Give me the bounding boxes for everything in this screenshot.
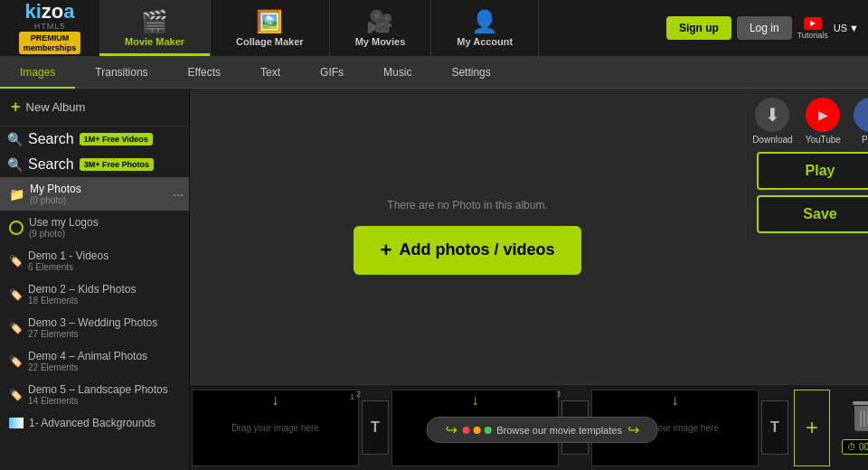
save-button[interactable]: Save bbox=[757, 195, 868, 233]
subnav-music[interactable]: Music bbox=[363, 56, 431, 89]
tab-my-movies[interactable]: 🎥 My Movies bbox=[330, 0, 432, 56]
subnav-gifs[interactable]: GIFs bbox=[300, 56, 363, 89]
add-photos-button[interactable]: + Add photos / videos bbox=[354, 226, 582, 275]
search-videos-label: Search bbox=[28, 131, 74, 147]
tab-collage-maker[interactable]: 🖼️ Collage Maker bbox=[211, 0, 330, 56]
sidebar-item-demo3[interactable]: 🏷️ Demo 3 – Wedding Photos 27 Elements bbox=[0, 311, 189, 344]
sidebar-item-demo5[interactable]: 🏷️ Demo 5 – Landscape Photos 14 Elements bbox=[0, 378, 189, 411]
logo: kizoa bbox=[24, 2, 74, 22]
trash-lid bbox=[853, 401, 868, 405]
add-photos-label: Add photos / videos bbox=[399, 240, 554, 259]
sidebar-item-logos[interactable]: Use my Logos (9 photo) bbox=[0, 211, 189, 244]
youtube-tutorials-icon bbox=[804, 17, 822, 30]
download-action[interactable]: ⬇ Download bbox=[752, 98, 792, 145]
header-right: Sign up Log in Tutorials US ▼ bbox=[657, 16, 868, 40]
browse-templates-button[interactable]: ↩ Browse our movie templates ↪ bbox=[426, 417, 658, 443]
logos-count: (9 photo) bbox=[29, 229, 99, 239]
add-slide-button[interactable]: + bbox=[794, 390, 830, 466]
play-button[interactable]: Play bbox=[757, 152, 868, 190]
trash-body bbox=[854, 406, 868, 431]
photo-icon-3: 🏷️ bbox=[9, 322, 23, 334]
subnav-text[interactable]: Text bbox=[241, 56, 300, 89]
browse-templates-label: Browse our movie templates bbox=[496, 425, 622, 436]
header: kizoa HTML5 PREMIUMmemberships 🎬 Movie M… bbox=[0, 0, 868, 56]
sidebar-item-demo4[interactable]: 🏷️ Demo 4 – Animal Photos 22 Elements bbox=[0, 344, 189, 378]
post-label: Post bbox=[862, 135, 868, 145]
right-panel: ⬇ Download ▶ YouTube f Post Play Save bbox=[745, 89, 868, 384]
facebook-icon: f bbox=[854, 98, 868, 132]
trash-button[interactable] bbox=[850, 401, 868, 436]
my-movies-icon: 🎥 bbox=[366, 9, 393, 34]
tab-my-movies-label: My Movies bbox=[355, 36, 406, 47]
my-photos-count: (0 photo) bbox=[30, 195, 81, 205]
sidebar-item-demo2[interactable]: 🏷️ Demo 2 – Kids Photos 18 Elements bbox=[0, 277, 189, 311]
curved-arrow-right: ↪ bbox=[627, 421, 639, 438]
subnav-settings[interactable]: Settings bbox=[431, 56, 510, 89]
folder-icon: 📁 bbox=[9, 187, 24, 202]
canvas-right-split: There are no Photo in this album. + Add … bbox=[190, 89, 868, 384]
tab-my-account[interactable]: 👤 My Account bbox=[431, 0, 539, 56]
login-button[interactable]: Log in bbox=[737, 16, 792, 40]
sidebar-item-my-photos[interactable]: 📁 My Photos (0 photo) ··· bbox=[0, 177, 189, 211]
slide-marker-1: 2 bbox=[356, 390, 361, 399]
photo-icon-5: 🏷️ bbox=[9, 389, 23, 401]
subnav-images[interactable]: Images bbox=[0, 56, 75, 89]
chevron-down-icon: ▼ bbox=[849, 23, 859, 33]
main-layout: + New Album 🔍 Search 1M+ Free Videos 🔍 S… bbox=[0, 89, 868, 470]
new-album-label: New Album bbox=[26, 100, 86, 114]
subnav-transitions[interactable]: Transitions bbox=[75, 56, 167, 89]
tutorials-area[interactable]: Tutorials bbox=[797, 17, 828, 40]
slide-marker-2: 3 bbox=[556, 390, 561, 399]
free-photos-badge: 3M+ Free Photos bbox=[80, 158, 154, 171]
trash-lines bbox=[860, 410, 868, 427]
tab-my-account-label: My Account bbox=[457, 36, 513, 47]
youtube-action[interactable]: ▶ YouTube bbox=[806, 98, 841, 145]
us-label: US bbox=[834, 23, 847, 33]
drag-text-1: Drag your image here bbox=[231, 423, 319, 433]
bg-icon bbox=[9, 418, 24, 428]
language-selector[interactable]: US ▼ bbox=[834, 23, 859, 33]
no-photo-text: There are no Photo in this album. bbox=[387, 199, 547, 212]
download-icon: ⬇ bbox=[755, 98, 789, 132]
youtube-icon: ▶ bbox=[806, 98, 840, 132]
search-photos-label: Search bbox=[28, 156, 74, 173]
t-button-3[interactable]: T bbox=[761, 400, 788, 455]
signup-button[interactable]: Sign up bbox=[666, 16, 731, 40]
dots-menu-icon[interactable]: ··· bbox=[173, 187, 184, 202]
main-nav: 🎬 Movie Maker 🖼️ Collage Maker 🎥 My Movi… bbox=[99, 0, 657, 56]
down-arrow-2: ↓ bbox=[472, 392, 479, 409]
sidebar-item-demo1[interactable]: 🏷️ Demo 1 - Videos 6 Elements bbox=[0, 244, 189, 277]
action-icons: ⬇ Download ▶ YouTube f Post bbox=[752, 98, 868, 145]
search-videos-button[interactable]: 🔍 Search 1M+ Free Videos bbox=[0, 127, 189, 152]
sub-nav: Images Transitions Effects Text GIFs Mus… bbox=[0, 56, 868, 89]
subnav-effects[interactable]: Effects bbox=[168, 56, 241, 89]
photo-icon-4: 🏷️ bbox=[9, 355, 23, 368]
slide-slot-1: ↓ Drag your image here 1 T 2 bbox=[190, 385, 390, 471]
tutorials-label: Tutorials bbox=[797, 31, 828, 40]
timer-display: ⏱ 00:00 bbox=[842, 439, 868, 455]
new-album-button[interactable]: + New Album bbox=[0, 89, 189, 127]
tab-movie-maker[interactable]: 🎬 Movie Maker bbox=[99, 0, 211, 56]
trash-timer-area: ⏱ 00:00 bbox=[835, 401, 868, 455]
canvas-area: There are no Photo in this album. + Add … bbox=[190, 89, 745, 384]
post-action[interactable]: f Post bbox=[854, 98, 868, 145]
youtube-label: YouTube bbox=[806, 135, 841, 145]
slide-thumb-1[interactable]: ↓ Drag your image here 1 bbox=[192, 390, 359, 466]
tab-movie-maker-label: Movie Maker bbox=[125, 36, 184, 47]
movie-maker-icon: 🎬 bbox=[141, 9, 168, 34]
t-button-1[interactable]: T bbox=[362, 400, 389, 455]
slide-number-1: 1 bbox=[350, 392, 354, 401]
sidebar: + New Album 🔍 Search 1M+ Free Videos 🔍 S… bbox=[0, 89, 190, 470]
logos-label: Use my Logos bbox=[29, 216, 99, 229]
clock-icon: ⏱ bbox=[847, 442, 856, 452]
my-account-icon: 👤 bbox=[471, 9, 498, 34]
down-arrow-3: ↓ bbox=[672, 392, 679, 409]
my-photos-label: My Photos bbox=[30, 183, 81, 195]
free-videos-badge: 1M+ Free Videos bbox=[80, 133, 153, 146]
sidebar-item-bg1[interactable]: 1- Advanced Backgrounds bbox=[0, 411, 189, 435]
search-icon: 🔍 bbox=[7, 132, 23, 146]
search-photos-button[interactable]: 🔍 Search 3M+ Free Photos bbox=[0, 152, 189, 177]
collage-maker-icon: 🖼️ bbox=[256, 9, 283, 34]
down-arrow-1: ↓ bbox=[272, 392, 279, 409]
template-dots bbox=[462, 427, 491, 434]
